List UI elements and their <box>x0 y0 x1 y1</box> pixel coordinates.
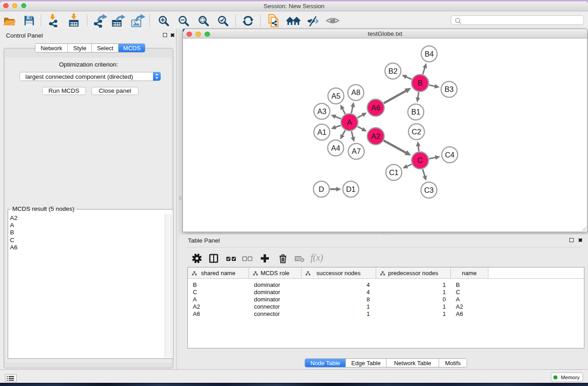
svg-text:B4: B4 <box>425 50 434 58</box>
svg-text:C4: C4 <box>445 151 454 159</box>
svg-text:A: A <box>347 118 352 126</box>
svg-text:A3: A3 <box>317 107 326 115</box>
svg-text:C2: C2 <box>411 128 421 136</box>
svg-text:B: B <box>417 79 422 87</box>
svg-text:B3: B3 <box>445 85 454 93</box>
svg-text:C3: C3 <box>424 186 434 194</box>
svg-text:D1: D1 <box>346 185 355 193</box>
svg-text:A7: A7 <box>352 147 361 155</box>
svg-text:C1: C1 <box>389 168 398 176</box>
svg-text:B1: B1 <box>411 108 420 116</box>
svg-text:C: C <box>417 156 423 164</box>
svg-text:A2: A2 <box>371 132 380 140</box>
svg-text:D: D <box>319 185 324 193</box>
svg-text:A6: A6 <box>371 104 380 112</box>
svg-text:A4: A4 <box>331 144 340 152</box>
svg-text:A5: A5 <box>331 92 340 100</box>
svg-text:A8: A8 <box>351 88 360 96</box>
svg-text:B2: B2 <box>388 67 397 75</box>
svg-text:A1: A1 <box>317 128 326 136</box>
